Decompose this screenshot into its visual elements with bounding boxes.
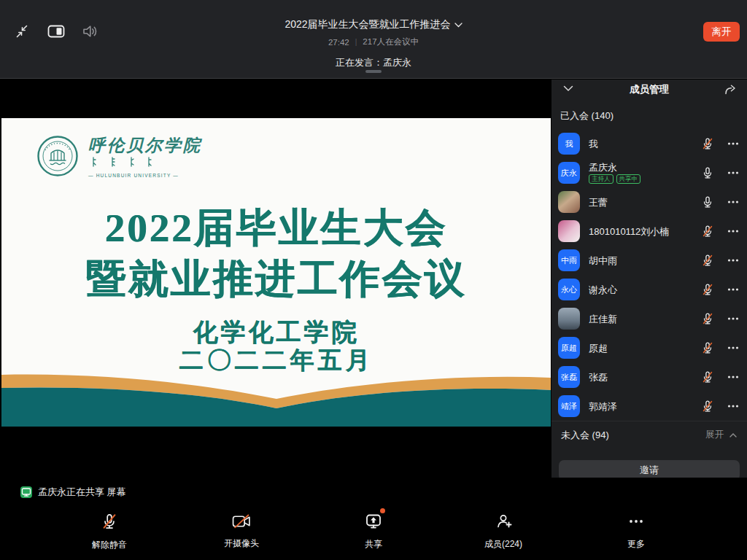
member-avatar: 靖泽 [558, 395, 580, 417]
member-badge: 主持人 [589, 174, 614, 184]
expand-label: 展开 [705, 429, 724, 441]
member-avatar: 张磊 [558, 366, 580, 388]
share-notification-dot [380, 508, 385, 513]
open-book-graphic [1, 368, 551, 427]
expand-toggle[interactable]: 展开 [705, 429, 738, 441]
university-seal-icon [36, 134, 79, 178]
add-member-icon [494, 511, 513, 532]
more-options-button[interactable] [727, 137, 740, 150]
not-joined-section: 未入会 (94) 展开 [551, 421, 747, 448]
member-management-panel: 成员管理 已入会 (140) 我 我 [551, 79, 747, 478]
drag-handle[interactable] [365, 70, 382, 73]
leave-button[interactable]: 离开 [703, 22, 740, 42]
meeting-meta: 27:42 | 217人在会议中 [0, 36, 747, 47]
active-speaker-label: 正在发言：孟庆永 [0, 56, 747, 69]
slide-title-line2: 暨就业推进工作会议 [1, 254, 551, 305]
mic-muted-icon [101, 511, 118, 532]
mic-status-icon[interactable] [701, 254, 714, 267]
mic-status-icon[interactable] [701, 370, 714, 384]
sharing-status-text: 孟庆永正在共享 屏幕 [38, 486, 126, 499]
member-row[interactable]: 永心 谢永心 [551, 275, 747, 304]
screen-share-area: 呼伦贝尔学院 — HULUNBUIR UNIVERSITY — 2022届毕业生… [0, 79, 551, 478]
share-screen-icon [365, 511, 382, 532]
member-name: 我 [589, 139, 701, 149]
member-row[interactable]: 张磊 张磊 [551, 362, 747, 392]
meta-separator: | [355, 38, 357, 46]
meeting-app: 2022届毕业生大会暨就业工作推进会 27:42 | 217人在会议中 离开 正… [0, 0, 747, 560]
meeting-title-row[interactable]: 2022届毕业生大会暨就业工作推进会 [285, 18, 462, 31]
member-name: 1801010112刘小楠 [589, 226, 701, 237]
member-row[interactable]: 庄佳新 [551, 304, 747, 333]
member-avatar: 庆永 [558, 162, 580, 184]
participant-count: 217人在会议中 [363, 36, 419, 47]
tool-label: 共享 [319, 538, 428, 551]
unmute-button[interactable]: 解除静音 [55, 511, 164, 551]
shared-slide: 呼伦贝尔学院 — HULUNBUIR UNIVERSITY — 2022届毕业生… [1, 118, 551, 427]
members-button[interactable]: 成员(224) [449, 511, 558, 551]
member-name: 王蕾 [589, 197, 701, 208]
panel-header: 成员管理 [551, 79, 747, 100]
tool-label: 解除静音 [55, 539, 164, 551]
more-options-button[interactable] [727, 166, 740, 179]
not-joined-count-label: 未入会 (94) [561, 429, 609, 442]
more-options-button[interactable] [727, 195, 740, 209]
member-row[interactable]: 中雨 胡中雨 [551, 246, 747, 275]
tool-label: 成员(224) [449, 538, 558, 551]
more-options-button[interactable] [727, 312, 740, 325]
share-screen-button[interactable]: 共享 [319, 511, 428, 551]
panel-collapse-icon[interactable] [563, 85, 573, 92]
member-name: 郭靖泽 [589, 401, 701, 412]
member-avatar: 我 [558, 133, 580, 155]
member-row[interactable]: 靖泽 郭靖泽 [551, 392, 747, 421]
tool-label: 更多 [581, 538, 691, 551]
meeting-timer: 27:42 [328, 38, 349, 47]
top-bar: 2022届毕业生大会暨就业工作推进会 27:42 | 217人在会议中 离开 正… [0, 0, 747, 79]
member-row[interactable]: 原超 原超 [551, 333, 747, 362]
camera-off-icon [232, 511, 251, 532]
member-avatar: 中雨 [558, 249, 580, 271]
member-avatar: 永心 [558, 279, 580, 300]
mic-status-icon[interactable] [701, 166, 714, 179]
panel-share-icon[interactable] [724, 83, 737, 96]
more-button[interactable]: 更多 [581, 511, 691, 551]
member-row[interactable]: 我 我 [551, 129, 747, 158]
member-avatar [558, 220, 580, 242]
screen-sharing-icon [20, 486, 32, 498]
member-row[interactable]: 1801010112刘小楠 [551, 217, 747, 246]
mic-status-icon[interactable] [701, 137, 714, 150]
member-name: 谢永心 [589, 284, 701, 295]
university-logo: 呼伦贝尔学院 — HULUNBUIR UNIVERSITY — [36, 134, 202, 178]
member-row[interactable]: 王蕾 [551, 187, 747, 217]
caret-up-icon [729, 432, 738, 438]
mic-status-icon[interactable] [701, 283, 714, 296]
member-badges: 主持人共享中 [589, 174, 701, 184]
panel-title: 成员管理 [630, 83, 669, 96]
slide-title: 2022届毕业生大会 暨就业推进工作会议 [1, 203, 551, 305]
member-name: 原超 [589, 343, 701, 354]
sharing-status: 孟庆永正在共享 屏幕 [20, 486, 126, 499]
bottom-bar: 孟庆永正在共享 屏幕 解除静音 [0, 478, 747, 560]
university-name-cn: 呼伦贝尔学院 [88, 134, 202, 157]
more-options-button[interactable] [727, 341, 740, 354]
member-name: 张磊 [589, 372, 701, 383]
chevron-down-icon [454, 23, 462, 28]
slide-title-line1: 2022届毕业生大会 [1, 203, 551, 254]
member-name: 胡中雨 [589, 255, 701, 266]
member-avatar [558, 308, 580, 330]
mic-status-icon[interactable] [701, 312, 714, 325]
member-avatar: 原超 [558, 337, 580, 359]
more-options-button[interactable] [727, 254, 740, 267]
mic-status-icon[interactable] [701, 341, 714, 354]
university-name-en: — HULUNBUIR UNIVERSITY — [88, 173, 202, 178]
more-options-button[interactable] [727, 370, 740, 384]
member-row[interactable]: 庆永 孟庆永 主持人共享中 [551, 158, 747, 187]
mic-status-icon[interactable] [701, 195, 714, 209]
mic-status-icon[interactable] [701, 225, 714, 238]
more-options-button[interactable] [727, 225, 740, 238]
more-options-button[interactable] [727, 283, 740, 296]
member-name: 庄佳新 [589, 314, 701, 324]
mic-status-icon[interactable] [701, 400, 714, 413]
camera-on-button[interactable]: 开摄像头 [187, 511, 296, 550]
more-options-button[interactable] [727, 400, 740, 413]
meeting-header: 2022届毕业生大会暨就业工作推进会 27:42 | 217人在会议中 [0, 18, 747, 47]
